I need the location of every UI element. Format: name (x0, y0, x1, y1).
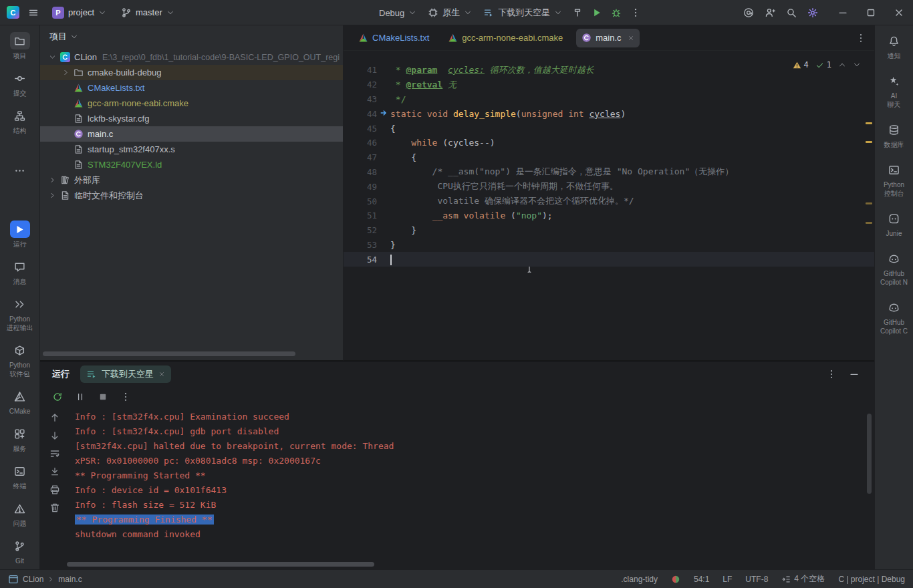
tool-button-services[interactable]: 服务 (0, 425, 39, 453)
tree-item-lckfb-skystar.cfg[interactable]: lckfb-skystar.cfg (40, 111, 343, 126)
tool-button-python-packages[interactable]: Python 软件包 (0, 341, 39, 378)
clear-all-icon[interactable] (49, 502, 60, 513)
line-number[interactable]: 51 (344, 210, 377, 220)
tool-button-database[interactable]: 数据库 (875, 121, 913, 149)
panel-options-icon[interactable] (826, 369, 837, 380)
line-number[interactable]: 52 (344, 225, 377, 235)
tool-button-problems[interactable]: 问题 (0, 500, 39, 528)
code-area[interactable]: 4 1 41 * @param cycles: 循环次数，值越大延时越长42 *… (344, 51, 874, 360)
tree-item-startup_stm32f407xx.s[interactable]: startup_stm32f407xx.s (40, 142, 343, 157)
line-number[interactable]: 53 (344, 240, 377, 250)
scroll-to-end-icon[interactable] (49, 466, 60, 477)
project-panel-header[interactable]: 项目 (40, 25, 343, 48)
tool-button-ai-chat[interactable]: AI 聊天 (875, 72, 913, 109)
tool-button-terminal[interactable]: 终端 (0, 462, 39, 490)
tree-item-cmake-build-debug[interactable]: cmake-build-debug (40, 65, 343, 80)
scroll-up-icon[interactable] (49, 412, 60, 423)
console-vscrollbar-thumb[interactable] (867, 414, 872, 494)
maximize-button[interactable] (857, 0, 885, 25)
code-with-me-icon[interactable] (765, 7, 775, 18)
editor-tab-CMakeLists.txt[interactable]: CMakeLists.txt (353, 29, 434, 47)
build-type-selector[interactable]: Debug (374, 4, 421, 21)
target-device-selector[interactable]: 原生 (423, 4, 477, 21)
run-config-selector[interactable]: 下载到天空星 (479, 4, 567, 21)
line-number[interactable]: 42 (344, 80, 377, 90)
tool-button-more-tools[interactable] (0, 162, 39, 179)
caret-position-widget[interactable]: 54:1 (694, 575, 709, 584)
close-button[interactable] (885, 0, 913, 25)
tool-button-commit[interactable]: 提交 (0, 69, 39, 98)
hide-panel-icon[interactable] (849, 369, 860, 380)
line-number[interactable]: 48 (344, 167, 377, 177)
tree-item-临时文件和控制台[interactable]: 临时文件和控制台 (40, 188, 343, 203)
line-number[interactable]: 44 (344, 109, 377, 119)
tab-options-icon[interactable] (856, 33, 866, 43)
close-tab-icon[interactable] (628, 35, 634, 41)
warning-stripe-mark[interactable] (866, 222, 872, 224)
tool-button-github-copilot-1[interactable]: GitHub Copilot N (875, 250, 913, 287)
console-hscrollbar-thumb[interactable] (67, 562, 374, 567)
tree-item-main.c[interactable]: main.c (40, 126, 343, 142)
breadcrumb-app[interactable]: CLion (23, 575, 43, 584)
tool-button-python-console[interactable]: Python 控制台 (875, 161, 913, 198)
tool-button-structure[interactable]: 结构 (0, 107, 39, 135)
branch-selector[interactable]: master (116, 4, 179, 21)
warning-stripe-mark[interactable] (866, 141, 872, 143)
debug-button-icon[interactable] (608, 4, 625, 21)
rerun-icon[interactable] (52, 392, 63, 402)
horizont al-scrollbar-thumb[interactable] (43, 351, 295, 356)
tree-item-CMakeLists.txt[interactable]: CMakeLists.txt (40, 80, 343, 96)
context-widget[interactable]: C | project | Debug (838, 575, 905, 584)
line-number[interactable]: 43 (344, 94, 377, 104)
tree-item-gcc-arm-none-eabi.cmake[interactable]: gcc-arm-none-eabi.cmake (40, 96, 343, 111)
indent-widget[interactable]: 4 个空格 (781, 573, 825, 585)
tree-item-STM32F407VEX.ld[interactable]: STM32F407VEX.ld (40, 157, 343, 172)
tree-item-外部库[interactable]: 外部库 (40, 172, 343, 188)
ai-assistant-icon[interactable] (743, 7, 754, 18)
inspections-status-icon[interactable] (671, 575, 680, 584)
warning-stripe-mark[interactable] (866, 122, 872, 124)
editor-tab-gcc-arm-none-eabi.cmake[interactable]: gcc-arm-none-eabi.cmake (442, 29, 568, 47)
stop-icon[interactable] (98, 392, 108, 402)
line-number[interactable]: 45 (344, 124, 377, 134)
statusbar-breadcrumb[interactable]: CLion main.c (8, 574, 82, 585)
tool-button-messages[interactable]: 消息 (0, 258, 39, 286)
run-button-icon[interactable] (588, 4, 606, 21)
minimize-button[interactable] (829, 0, 857, 25)
console-output[interactable]: Info : [stm32f4x.cpu] Examination succee… (70, 407, 874, 569)
more-actions-icon[interactable] (627, 4, 644, 21)
close-tab-icon[interactable] (158, 371, 165, 378)
search-icon[interactable] (786, 7, 797, 18)
tool-button-python-output[interactable]: Python 进程输出 (0, 295, 39, 332)
scroll-down-icon[interactable] (49, 430, 60, 441)
line-separator-widget[interactable]: LF (723, 575, 732, 584)
soft-wrap-icon[interactable] (49, 448, 60, 459)
main-menu-icon[interactable] (25, 4, 42, 21)
tool-button-project[interactable]: 项目 (0, 32, 39, 60)
pause-output-icon[interactable] (75, 392, 86, 402)
tool-button-run[interactable]: 运行 (0, 220, 39, 249)
project-selector[interactable]: P project (47, 4, 111, 21)
run-tab[interactable]: 下载到天空星 (80, 365, 171, 383)
tool-button-cmake[interactable]: CMake (0, 388, 39, 416)
build-icon[interactable] (569, 4, 586, 21)
more-icon[interactable] (120, 392, 131, 402)
line-number[interactable]: 54 (344, 255, 377, 265)
tool-button-git[interactable]: Git (0, 537, 39, 565)
settings-gear-icon[interactable] (807, 7, 818, 18)
line-number[interactable]: 47 (344, 152, 377, 162)
tool-button-junie[interactable]: Junie (875, 210, 913, 238)
print-icon[interactable] (49, 484, 60, 495)
editor-tab-main.c[interactable]: main.c (576, 29, 639, 47)
tool-button-github-copilot-2[interactable]: GitHub Copilot C (875, 299, 913, 335)
warning-stripe-mark[interactable] (866, 202, 872, 204)
clang-tidy-widget[interactable]: .clang-tidy (621, 575, 658, 584)
breadcrumb-file[interactable]: main.c (58, 575, 82, 584)
tool-button-notifications[interactable]: 通知 (875, 32, 913, 60)
tree-item-CLion[interactable]: CLionE:\3_repo\0_fdb\1_tutorial-code\9-B… (40, 49, 343, 65)
encoding-widget[interactable]: UTF-8 (745, 575, 768, 584)
line-number[interactable]: 46 (344, 138, 377, 148)
line-number[interactable]: 41 (344, 65, 377, 75)
line-number[interactable]: 49 (344, 182, 377, 192)
line-number[interactable]: 50 (344, 196, 377, 206)
